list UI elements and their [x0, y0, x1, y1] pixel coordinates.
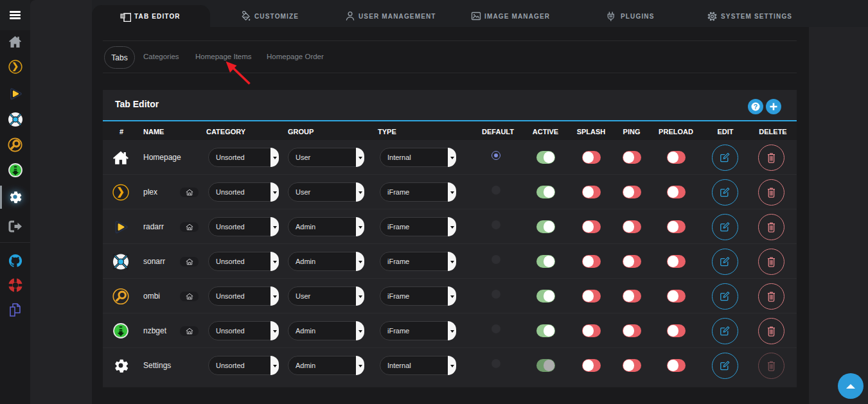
svg-text:?: ?	[754, 103, 757, 110]
